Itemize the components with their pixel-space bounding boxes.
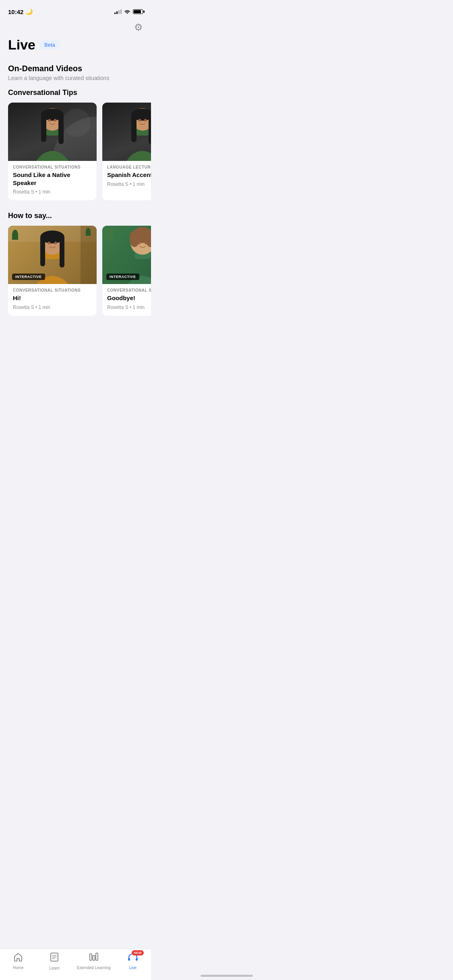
- card-meta-2: Rosetta S • 1 min: [107, 181, 151, 187]
- beta-badge: Beta: [39, 40, 60, 49]
- how-to-say-cards: INTERACTIVE CONVERSATIONAL SITUATIONS Hi…: [0, 226, 151, 320]
- card-title-2: Spanish Accents &: [107, 171, 151, 179]
- clock: 10:42: [8, 8, 23, 15]
- card-category-goodbye: CONVERSATIONAL S: [107, 288, 151, 292]
- battery-icon: [133, 9, 143, 14]
- conversational-tips-section: Conversational Tips: [8, 89, 143, 204]
- card-thumbnail-goodbye: INTERACTIVE: [102, 226, 151, 284]
- card-category-hi: CONVERSATIONAL SITUATIONS: [13, 288, 92, 292]
- moon-icon: 🌙: [25, 8, 33, 15]
- card-thumbnail-1: [8, 103, 97, 161]
- card-spanish-accents[interactable]: LANGUAGE LECTURES Spanish Accents & Rose…: [102, 103, 151, 200]
- card-thumbnail-2: [102, 103, 151, 161]
- svg-point-17: [139, 119, 141, 122]
- page-title: Live: [8, 37, 35, 53]
- wifi-icon: [124, 9, 130, 15]
- card-hi[interactable]: INTERACTIVE CONVERSATIONAL SITUATIONS Hi…: [8, 226, 97, 316]
- card-body-1: CONVERSATIONAL SITUATIONS Sound Like a N…: [8, 161, 97, 200]
- card-body-hi: CONVERSATIONAL SITUATIONS Hi! Rosetta S …: [8, 284, 97, 316]
- how-to-say-section: How to say...: [8, 212, 143, 320]
- card-goodbye[interactable]: INTERACTIVE CONVERSATIONAL S Goodbye! Ro…: [102, 226, 151, 316]
- card-body-2: LANGUAGE LECTURES Spanish Accents & Rose…: [102, 161, 151, 193]
- svg-point-0: [30, 151, 74, 161]
- svg-rect-25: [40, 236, 45, 266]
- conversational-tips-cards: CONVERSATIONAL SITUATIONS Sound Like a N…: [0, 103, 151, 204]
- section-subtitle: Learn a language with curated situations: [8, 75, 143, 81]
- svg-point-36: [134, 227, 151, 237]
- status-bar: 10:42 🌙: [0, 0, 151, 18]
- how-to-say-title: How to say...: [8, 212, 143, 220]
- svg-rect-5: [41, 114, 46, 142]
- svg-point-37: [138, 242, 141, 245]
- card-thumbnail-hi: INTERACTIVE: [8, 226, 97, 284]
- svg-point-9: [120, 151, 151, 161]
- status-time: 10:42 🌙: [8, 8, 33, 15]
- status-icons: [114, 9, 143, 15]
- card-category-2: LANGUAGE LECTURES: [107, 165, 151, 169]
- svg-point-7: [48, 119, 51, 122]
- card-title-hi: Hi!: [13, 294, 92, 302]
- conversational-tips-title: Conversational Tips: [8, 89, 143, 97]
- svg-rect-15: [149, 114, 151, 144]
- on-demand-section: On-Demand Videos Learn a language with c…: [8, 64, 143, 81]
- svg-point-18: [144, 119, 147, 122]
- page-title-row: Live Beta: [8, 37, 143, 53]
- interactive-badge-goodbye: INTERACTIVE: [106, 274, 139, 280]
- card-category-1: CONVERSATIONAL SITUATIONS: [13, 165, 92, 169]
- card-title-goodbye: Goodbye!: [107, 294, 151, 302]
- card-meta-1: Rosetta S • 1 min: [13, 189, 92, 195]
- svg-point-8: [54, 119, 56, 122]
- main-content: Live Beta On-Demand Videos Learn a langu…: [0, 37, 151, 356]
- card-title-1: Sound Like a Native Speaker: [13, 171, 92, 187]
- section-title: On-Demand Videos: [8, 64, 143, 73]
- svg-point-27: [48, 242, 50, 245]
- card-body-goodbye: CONVERSATIONAL S Goodbye! Rosetta S • 1 …: [102, 284, 151, 316]
- svg-point-28: [54, 242, 57, 245]
- svg-rect-14: [131, 114, 137, 142]
- settings-row: ⚙: [0, 18, 151, 37]
- settings-button[interactable]: ⚙: [134, 22, 143, 33]
- svg-rect-26: [60, 236, 64, 268]
- signal-icon: [114, 9, 122, 14]
- svg-rect-6: [58, 114, 64, 144]
- card-meta-hi: Rosetta S • 1 min: [13, 305, 92, 310]
- card-sound-native[interactable]: CONVERSATIONAL SITUATIONS Sound Like a N…: [8, 103, 97, 200]
- interactive-badge-hi: INTERACTIVE: [12, 274, 45, 280]
- svg-point-38: [145, 242, 147, 245]
- card-meta-goodbye: Rosetta S • 1 min: [107, 305, 151, 310]
